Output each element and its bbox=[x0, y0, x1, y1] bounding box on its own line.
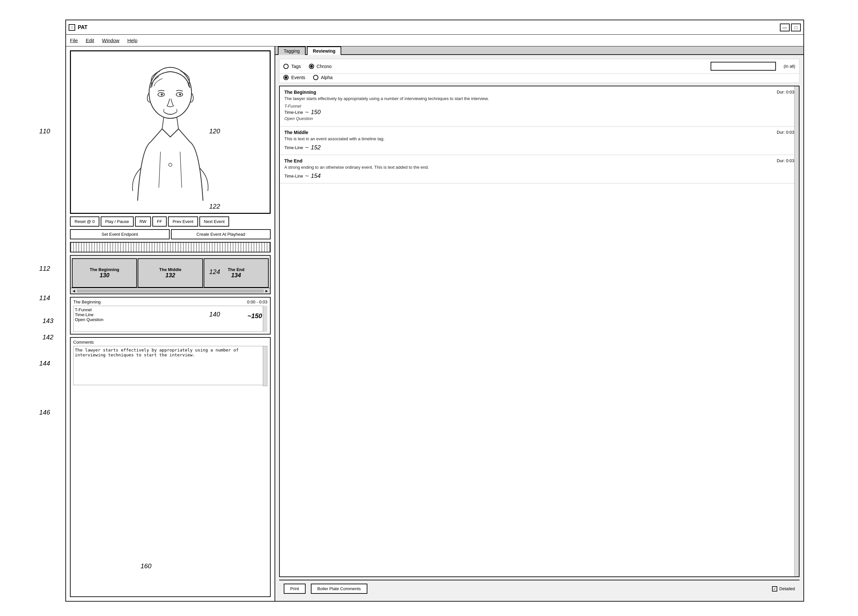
menu-edit[interactable]: Edit bbox=[85, 37, 94, 43]
svg-point-0 bbox=[149, 67, 191, 118]
event-card-beginning-desc: The lawyer starts effectively by appropr… bbox=[284, 96, 794, 101]
boiler-plate-button[interactable]: Boiler Plate Comments bbox=[311, 583, 367, 594]
timeline-label-beginning: Time-Line bbox=[284, 110, 303, 115]
comments-textarea[interactable]: The lawyer starts effectively by appropr… bbox=[73, 346, 267, 385]
tags-time-range: 0:00 - 0:03 bbox=[247, 300, 267, 304]
set-endpoint-button[interactable]: Set Event Endpoint bbox=[70, 229, 169, 240]
video-area bbox=[70, 50, 270, 214]
radio-group-alpha: Alpha bbox=[313, 75, 333, 80]
tab-tagging[interactable]: Tagging bbox=[278, 47, 306, 55]
scroll-left-arrow[interactable]: ◄ bbox=[72, 289, 76, 293]
timeline-label-end: Time-Line bbox=[284, 174, 303, 179]
event-card-beginning-header: The Beginning Dur: 0:03 bbox=[284, 90, 794, 95]
person-illustration bbox=[121, 64, 219, 201]
radio-tags[interactable] bbox=[283, 64, 289, 69]
ref-114: 114 bbox=[39, 294, 50, 302]
main-content: Reset @ 0 Play / Pause RW FF Prev Event … bbox=[66, 47, 804, 601]
events-scrollbar[interactable] bbox=[794, 86, 799, 576]
tab-bar: Tagging Reviewing bbox=[275, 47, 804, 55]
detailed-label: Detailed bbox=[779, 586, 795, 591]
svg-point-5 bbox=[169, 163, 172, 166]
events-list: The Beginning Dur: 0:03 The lawyer start… bbox=[279, 86, 799, 577]
svg-point-3 bbox=[161, 93, 163, 95]
tag-tfunnel-card: T-Funnel bbox=[284, 104, 794, 109]
play-pause-button[interactable]: Play / Pause bbox=[101, 216, 134, 227]
event-timeline-end: Time-Line ~ 154 bbox=[284, 172, 794, 180]
tags-wave-num: ~150 bbox=[247, 312, 262, 320]
event-card-middle-header: The Middle Dur: 0:03 bbox=[284, 130, 794, 135]
radio-chrono[interactable] bbox=[309, 64, 314, 69]
event-card-end: The End Dur: 0:03 A strong ending to an … bbox=[280, 155, 799, 184]
minimize-button[interactable]: — bbox=[780, 23, 790, 31]
reset-button[interactable]: Reset @ 0 bbox=[70, 216, 99, 227]
detailed-checkbox-group: Detailed bbox=[772, 586, 795, 591]
event-block-beginning-label: The Beginning bbox=[90, 267, 119, 272]
tags-header: The Beginning 0:00 - 0:03 bbox=[73, 300, 267, 304]
scroll-right-arrow[interactable]: ► bbox=[265, 289, 269, 293]
radio-row: Tags Chrono (in all) bbox=[279, 59, 799, 73]
scroll-track[interactable] bbox=[77, 290, 263, 292]
tags-scrollbar[interactable] bbox=[263, 306, 267, 332]
prev-event-button[interactable]: Prev Event bbox=[168, 216, 198, 227]
event-block-beginning-num: 130 bbox=[100, 272, 109, 279]
tags-panel: The Beginning 0:00 - 0:03 T-Funnel Time-… bbox=[70, 297, 270, 334]
comments-panel: Comments The lawyer starts effectively b… bbox=[70, 337, 270, 597]
next-event-button[interactable]: Next Event bbox=[199, 216, 230, 227]
event-block-end-label: The End bbox=[228, 267, 244, 272]
title-bar: □ PAT — □ bbox=[66, 20, 804, 35]
ref-144: 144 bbox=[39, 360, 50, 367]
transport-row2: Set Event Endpoint Create Event At Playh… bbox=[70, 229, 270, 240]
menu-file[interactable]: File bbox=[70, 37, 78, 43]
event-card-end-dur: Dur: 0:03 bbox=[777, 158, 794, 163]
search-input[interactable] bbox=[710, 62, 776, 71]
maximize-button[interactable]: □ bbox=[791, 23, 801, 31]
left-panel: Reset @ 0 Play / Pause RW FF Prev Event … bbox=[66, 47, 275, 601]
right-panel: Tagging Reviewing Tags Chrono bbox=[275, 47, 804, 601]
event-card-beginning: The Beginning Dur: 0:03 The lawyer start… bbox=[280, 86, 799, 126]
event-timeline: The Beginning 130 The Middle 132 The End… bbox=[70, 255, 270, 294]
tab-reviewing[interactable]: Reviewing bbox=[307, 47, 341, 55]
event-block-beginning[interactable]: The Beginning 130 bbox=[72, 258, 137, 288]
event-timeline-line: Time-Line ~ 150 bbox=[284, 109, 794, 116]
search-suffix: (in all) bbox=[784, 64, 795, 68]
ref-120: 120 bbox=[209, 128, 220, 135]
ref-122: 122 bbox=[209, 203, 220, 210]
event-card-middle: The Middle Dur: 0:03 This is text in an … bbox=[280, 126, 799, 155]
menu-window[interactable]: Window bbox=[102, 37, 119, 43]
rw-button[interactable]: RW bbox=[135, 216, 151, 227]
ff-button[interactable]: FF bbox=[152, 216, 167, 227]
timeline-num-end: 154 bbox=[311, 173, 321, 179]
radio-events[interactable] bbox=[283, 75, 289, 80]
video-placeholder bbox=[71, 51, 270, 213]
event-block-middle-label: The Middle bbox=[159, 267, 182, 272]
event-block-middle[interactable]: The Middle 132 bbox=[138, 258, 203, 288]
window-icon: □ bbox=[68, 24, 75, 31]
event-card-beginning-tags: T-Funnel Time-Line ~ 150 Open Question bbox=[284, 104, 794, 121]
timeline-num-middle: 152 bbox=[311, 144, 321, 151]
tag-tfunnel: T-Funnel bbox=[75, 307, 266, 312]
event-card-middle-desc: This is text in an event associated with… bbox=[284, 136, 794, 141]
tags-event-title: The Beginning bbox=[73, 300, 101, 304]
radio-alpha-label: Alpha bbox=[321, 75, 333, 80]
timeline-scrubber[interactable] bbox=[70, 242, 270, 252]
menu-bar: File Edit Window Help bbox=[66, 35, 804, 47]
event-card-end-title: The End bbox=[284, 158, 302, 163]
ref-140: 140 bbox=[209, 311, 220, 318]
svg-point-4 bbox=[179, 93, 181, 95]
tags-list: T-Funnel Time-Line Open Question bbox=[73, 306, 267, 332]
radio-group-tags: Tags bbox=[283, 64, 301, 69]
create-at-playhead-button[interactable]: Create Event At Playhead bbox=[171, 229, 270, 240]
radio-events-label: Events bbox=[291, 75, 305, 80]
detailed-checkbox[interactable] bbox=[772, 586, 777, 591]
menu-help[interactable]: Help bbox=[127, 37, 137, 43]
radio-alpha[interactable] bbox=[313, 75, 319, 80]
print-button[interactable]: Print bbox=[284, 583, 306, 594]
comments-header: Comments bbox=[73, 340, 267, 345]
timeline-scroll[interactable]: ◄ ► bbox=[71, 288, 270, 294]
event-block-middle-num: 132 bbox=[165, 272, 175, 279]
timeline-wave-end: ~ bbox=[305, 172, 309, 180]
ref-112: 112 bbox=[39, 265, 50, 272]
event-timeline-middle: Time-Line ~ 152 bbox=[284, 144, 794, 151]
comments-scrollbar[interactable] bbox=[263, 346, 267, 386]
transport-controls: Reset @ 0 Play / Pause RW FF Prev Event … bbox=[70, 216, 270, 227]
